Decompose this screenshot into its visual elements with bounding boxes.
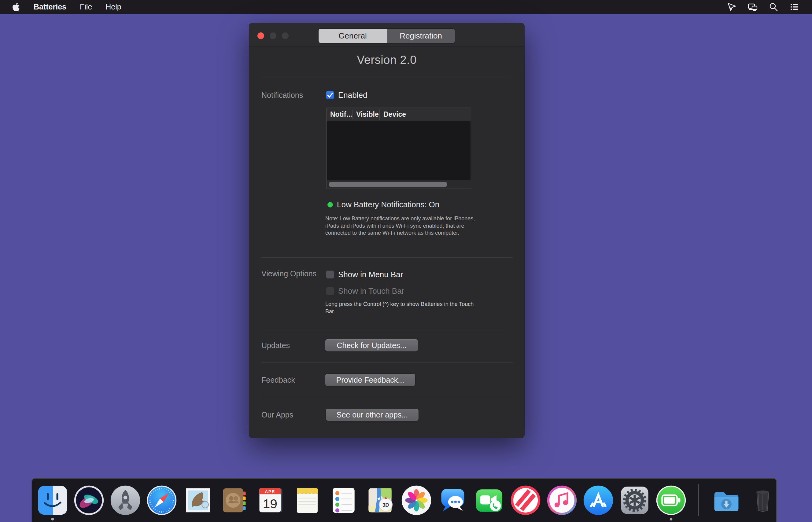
window-titlebar[interactable]: General Registration (249, 23, 524, 46)
dock-photos-icon[interactable] (401, 485, 432, 516)
dock-calendar-icon[interactable]: APR 19 (256, 485, 286, 516)
dock-downloads-folder-icon[interactable] (711, 485, 742, 516)
spotlight-search-icon[interactable] (769, 2, 778, 12)
maps-3d-badge: 3D (382, 502, 389, 508)
scrollbar-thumb[interactable] (329, 182, 447, 187)
calendar-day-label: 19 (263, 496, 277, 511)
menubar-status-icons (727, 0, 812, 14)
dock-mail-icon[interactable] (183, 485, 213, 516)
divider (261, 330, 513, 330)
enabled-checkbox-row: Enabled (326, 91, 367, 100)
close-button[interactable] (257, 33, 264, 39)
dock-system-preferences-icon[interactable] (619, 485, 650, 516)
apple-menu-icon[interactable] (12, 2, 20, 12)
show-in-touch-bar-row: Show in Touch Bar (326, 286, 404, 296)
see-other-apps-button[interactable]: See our other apps... (326, 408, 418, 421)
dock-messages-icon[interactable] (437, 485, 468, 516)
batteries-running-indicator (670, 518, 673, 520)
dock: APR 19 (32, 478, 777, 522)
divider (261, 257, 513, 258)
column-header-notifications[interactable]: Notif… (326, 110, 352, 119)
connected-displays-icon[interactable] (748, 2, 757, 12)
dock-contacts-icon[interactable] (219, 485, 250, 516)
checkmark-icon (326, 91, 334, 99)
dock-finder-icon[interactable] (37, 485, 68, 516)
dock-facetime-icon[interactable] (474, 485, 504, 516)
menubar-app-name[interactable]: Batteries (34, 2, 66, 11)
menu-bar: Batteries File Help (0, 0, 812, 14)
dock-safari-icon[interactable] (146, 485, 177, 516)
menu-help[interactable]: Help (105, 2, 121, 11)
show-in-menu-bar-label: Show in Menu Bar (338, 270, 403, 279)
devices-table-body[interactable] (327, 121, 471, 181)
dock-trash-icon[interactable] (748, 485, 778, 516)
dock-itunes-icon[interactable] (547, 485, 577, 516)
low-battery-status-row: Low Battery Notifications: On (328, 200, 439, 209)
minimize-button (270, 33, 276, 39)
notifications-section-label: Notifications (261, 91, 303, 100)
updates-section-label: Updates (261, 341, 290, 350)
notifications-note: Note: Low Battery notifications are only… (325, 215, 476, 237)
feedback-section-label: Feedback (261, 376, 295, 384)
show-in-touch-bar-label: Show in Touch Bar (338, 286, 404, 296)
dock-reminders-icon[interactable] (328, 485, 359, 516)
version-title: Version 2.0 (249, 54, 524, 67)
devices-table-header: Notif… Visible Device (326, 108, 471, 121)
enabled-checkbox[interactable] (326, 91, 334, 99)
zoom-button (282, 33, 289, 39)
tab-registration[interactable]: Registration (387, 29, 455, 43)
menu-file[interactable]: File (80, 2, 92, 11)
show-in-touch-bar-checkbox (326, 287, 334, 295)
divider (261, 397, 513, 397)
finder-running-indicator (51, 518, 54, 520)
low-battery-status-text: Low Battery Notifications: On (337, 200, 439, 209)
touch-bar-note: Long press the Control (^) key to show B… (325, 301, 480, 315)
dock-divider (698, 484, 699, 516)
dock-news-icon[interactable] (510, 485, 541, 516)
show-in-menu-bar-checkbox[interactable] (326, 270, 334, 279)
provide-feedback-button[interactable]: Provide Feedback... (325, 374, 415, 386)
our-apps-section-label: Our Apps (261, 410, 293, 419)
preferences-tabset: General Registration (319, 29, 455, 43)
check-for-updates-button[interactable]: Check for Updates... (325, 339, 418, 352)
horizontal-scrollbar (327, 180, 471, 188)
viewing-options-section-label: Viewing Options (261, 269, 316, 278)
devices-table[interactable]: Notif… Visible Device (326, 107, 471, 189)
column-header-visible[interactable]: Visible (353, 110, 379, 119)
dock-maps-icon[interactable]: 3D (365, 485, 395, 516)
list-menu-icon[interactable] (789, 2, 799, 12)
show-in-menu-bar-row: Show in Menu Bar (326, 270, 403, 279)
batteries-preferences-window: General Registration Version 2.0 Notific… (249, 23, 524, 438)
dock-batteries-app-icon[interactable] (656, 485, 686, 516)
dock-notes-icon[interactable] (292, 485, 322, 516)
tab-general[interactable]: General (319, 29, 387, 43)
dock-siri-icon[interactable] (74, 485, 104, 516)
divider (261, 77, 513, 77)
calendar-month-label: APR (265, 489, 275, 494)
dock-app-store-icon[interactable] (583, 485, 614, 516)
column-header-device[interactable]: Device (380, 110, 471, 119)
divider (261, 362, 513, 363)
enabled-label: Enabled (338, 91, 367, 100)
screen-share-icon[interactable] (727, 2, 737, 12)
status-green-dot-icon (328, 202, 333, 207)
dock-launchpad-icon[interactable] (110, 485, 141, 516)
